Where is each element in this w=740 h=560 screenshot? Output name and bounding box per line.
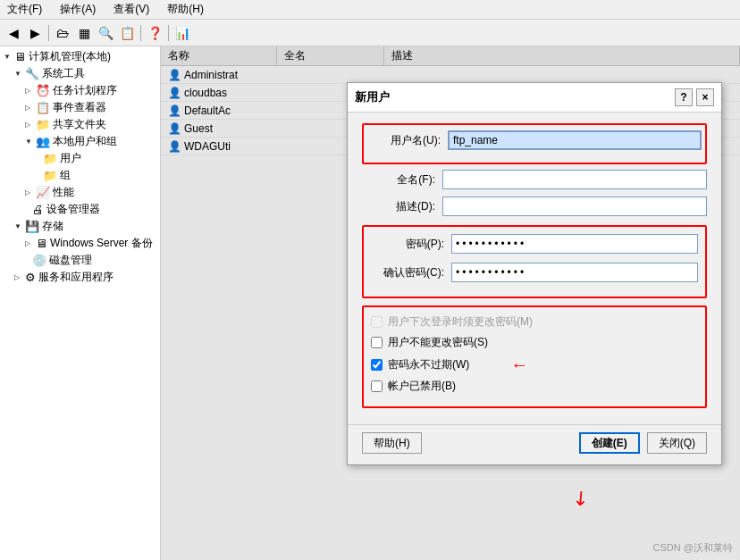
tree-arrow-backup: ▷	[25, 239, 36, 247]
confirm-input[interactable]	[451, 263, 698, 282]
tree-item-sharedfolder[interactable]: ▷ 📁 共享文件夹	[2, 116, 158, 133]
eventviewer-icon: 📋	[36, 101, 50, 114]
localusers-icon: 👥	[36, 135, 50, 148]
checkbox-row-3: 帐户已禁用(B)	[371, 379, 698, 394]
tree-item-diskmgmt[interactable]: 💿 磁盘管理	[2, 252, 158, 269]
tree-item-performance[interactable]: ▷ 📈 性能	[2, 184, 158, 201]
password-label: 密码(P):	[371, 237, 451, 252]
fullname-label: 全名(F):	[362, 172, 442, 188]
checkbox-row-0: 用户下次登录时须更改密码(M)	[371, 314, 698, 330]
tree-label-localusers: 本地用户和组	[53, 134, 117, 149]
content-area: ▼ 🖥 计算机管理(本地) ▼ 🔧 系统工具 ▷ ⏰ 任务计划程序 ▷ 📋 事件…	[0, 46, 740, 560]
menu-help[interactable]: 帮助(H)	[164, 1, 207, 18]
tree-item-groups[interactable]: 📁 组	[2, 167, 158, 184]
checkbox-label-1: 用户不能更改密码(S)	[388, 335, 488, 350]
tree-arrow-scheduler: ▷	[25, 87, 36, 95]
main-window: 文件(F) 操作(A) 查看(V) 帮助(H) ◀ ▶ 🗁 ▦ 🔍 📋 ❓ 📊 …	[0, 0, 740, 560]
form-row-desc: 描述(D):	[362, 196, 707, 216]
tree-label-sharedfolder: 共享文件夹	[53, 117, 106, 132]
tree-label-devmgr: 设备管理器	[46, 202, 100, 217]
menu-action[interactable]: 操作(A)	[56, 1, 99, 18]
tree-label-users: 用户	[60, 151, 81, 166]
groups-folder-icon: 📁	[43, 169, 57, 182]
devmgr-icon: 🖨	[32, 203, 44, 216]
sharedfolder-icon: 📁	[36, 118, 50, 131]
chart-button[interactable]: 📊	[172, 23, 192, 43]
checkbox-cannot-change[interactable]	[371, 337, 383, 348]
tree-arrow-storage: ▼	[14, 222, 25, 230]
services-icon: ⚙	[25, 271, 36, 284]
systemtools-icon: 🔧	[25, 67, 39, 80]
tree-item-users[interactable]: 📁 用户	[2, 150, 158, 167]
menu-file[interactable]: 文件(F)	[4, 1, 46, 18]
tree-item-backup[interactable]: ▷ 🖥 Windows Server 备份	[2, 235, 158, 252]
checkboxes-section: 用户下次登录时须更改密码(M) 用户不能更改密码(S) 密码永不过期(W) ←	[362, 305, 707, 408]
tree-label-storage: 存储	[42, 219, 63, 234]
tree-arrow-eventviewer: ▷	[25, 104, 36, 112]
search-button[interactable]: 🔍	[96, 23, 115, 43]
form-row-username: 用户名(U):	[367, 130, 702, 150]
password-input[interactable]	[451, 234, 698, 254]
storage-icon: 💾	[25, 220, 39, 233]
checkbox-must-change[interactable]	[371, 316, 383, 328]
checkbox-disabled[interactable]	[371, 380, 383, 392]
help-button[interactable]: ❓	[145, 23, 164, 43]
folder-button[interactable]: 🗁	[53, 23, 72, 43]
dialog-title-buttons: ? ×	[675, 88, 714, 106]
fullname-input[interactable]	[442, 170, 707, 189]
tree-label-diskmgmt: 磁盘管理	[49, 253, 92, 268]
menu-bar: 文件(F) 操作(A) 查看(V) 帮助(H)	[0, 0, 740, 20]
checkbox-label-0: 用户下次登录时须更改密码(M)	[388, 314, 533, 330]
tree-item-eventviewer[interactable]: ▷ 📋 事件查看器	[2, 99, 158, 116]
username-input[interactable]	[448, 130, 702, 150]
back-button[interactable]: ◀	[4, 23, 23, 43]
right-panel: 名称 全名 描述 👤 Administrat 👤 cloudbas	[161, 46, 740, 560]
checkbox-never-expire[interactable]	[371, 359, 383, 371]
diskmgmt-icon: 💿	[32, 254, 46, 267]
backup-icon: 🖥	[36, 237, 47, 250]
username-label: 用户名(U):	[367, 133, 448, 148]
red-arrow-icon-1: ←	[510, 355, 528, 373]
watermark: CSDN @沃和莱特	[653, 541, 733, 555]
dialog-close-button[interactable]: ×	[696, 88, 714, 106]
performance-icon: 📈	[36, 186, 50, 199]
tree-label-backup: Windows Server 备份	[50, 236, 153, 251]
users-folder-icon: 📁	[43, 152, 57, 165]
tree-item-services[interactable]: ▷ ⚙ 服务和应用程序	[2, 269, 158, 286]
desc-label: 描述(D):	[362, 199, 442, 214]
copy-button[interactable]: 📋	[117, 23, 137, 43]
tree-label-scheduler: 任务计划程序	[53, 83, 117, 98]
tree-label-groups: 组	[60, 168, 71, 183]
dialog-create-button[interactable]: 创建(E)	[579, 432, 640, 454]
tree-arrow-performance: ▷	[25, 188, 36, 196]
toolbar: ◀ ▶ 🗁 ▦ 🔍 📋 ❓ 📊	[0, 20, 740, 46]
tree-label-computer: 计算机管理(本地)	[29, 49, 111, 64]
checkbox-row-2: 密码永不过期(W) ←	[371, 355, 698, 373]
dialog-overlay: 新用户 ? × 用户名(U):	[161, 46, 740, 560]
new-user-dialog: 新用户 ? × 用户名(U):	[347, 82, 722, 465]
tree-item-systemtools[interactable]: ▼ 🔧 系统工具	[2, 65, 158, 82]
desc-input[interactable]	[442, 196, 707, 216]
tree-arrow-services: ▷	[14, 273, 25, 281]
tree-item-storage[interactable]: ▼ 💾 存储	[2, 218, 158, 235]
dialog-close-action-button[interactable]: 关闭(Q)	[647, 432, 707, 454]
tree-item-computer[interactable]: ▼ 🖥 计算机管理(本地)	[2, 48, 158, 65]
grid-button[interactable]: ▦	[74, 23, 94, 43]
tree-arrow-systemtools: ▼	[14, 70, 25, 78]
dialog-help-action-button[interactable]: 帮助(H)	[362, 432, 422, 454]
toolbar-sep-1	[48, 25, 49, 41]
dialog-help-button[interactable]: ?	[675, 88, 693, 106]
tree-label-systemtools: 系统工具	[42, 66, 85, 81]
tree-item-devmgr[interactable]: 🖨 设备管理器	[2, 201, 158, 218]
tree-item-scheduler[interactable]: ▷ ⏰ 任务计划程序	[2, 82, 158, 99]
checkbox-label-2: 密码永不过期(W)	[388, 357, 469, 372]
dialog-title: 新用户	[355, 89, 390, 105]
tree-item-localusers[interactable]: ▼ 👥 本地用户和组	[2, 133, 158, 150]
tree-label-services: 服务和应用程序	[38, 270, 114, 285]
password-section: 密码(P): 确认密码(C):	[362, 225, 707, 298]
checkbox-label-3: 帐户已禁用(B)	[388, 379, 456, 394]
form-row-confirm: 确认密码(C):	[371, 263, 698, 282]
menu-view[interactable]: 查看(V)	[110, 1, 153, 18]
forward-button[interactable]: ▶	[25, 23, 45, 43]
computer-icon: 🖥	[14, 50, 26, 63]
